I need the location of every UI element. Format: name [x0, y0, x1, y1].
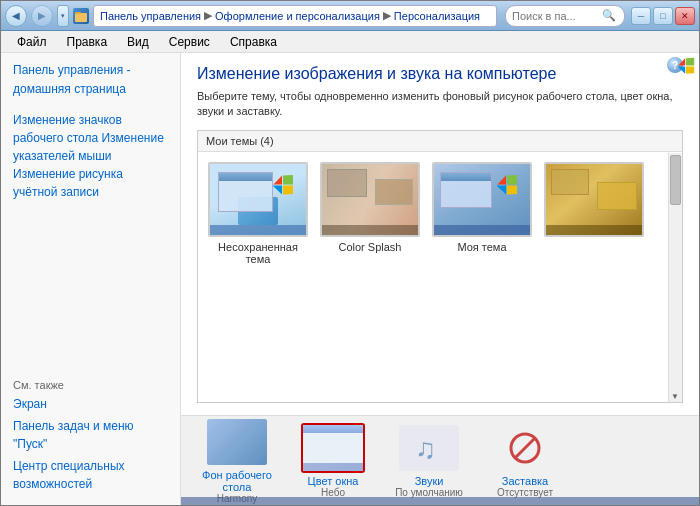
bottom-bar: Фон рабочего стола Harmony Цвет окна Неб… — [181, 415, 699, 505]
minimize-button[interactable]: ─ — [631, 7, 651, 25]
sidebar-home-link[interactable]: Панель управления - домашняя страница — [13, 61, 168, 99]
search-box[interactable]: 🔍 — [505, 5, 625, 27]
themes-grid: Несохраненная тема Color — [198, 152, 682, 402]
main-window: ◀ ▶ ▾ Панель управления ▶ Оформление и п… — [0, 0, 700, 506]
content-area: ? Изменение изображения и звука на компь… — [181, 53, 699, 505]
breadcrumb-item-2: Оформление и персонализация — [215, 10, 380, 22]
theme-thumb-splash — [320, 162, 420, 237]
sounds-icon: ♫ — [397, 423, 461, 473]
sidebar-also-taskbar[interactable]: Панель задач и меню "Пуск" — [13, 417, 168, 453]
sidebar-also-screen[interactable]: Экран — [13, 395, 168, 413]
wallpaper-label: Фон рабочего стола — [197, 469, 277, 493]
screensaver-thumb — [495, 425, 555, 471]
taskbar-bar — [210, 225, 306, 235]
breadcrumb-item-3: Персонализация — [394, 10, 480, 22]
theme-name-my: Моя тема — [457, 241, 506, 253]
sidebar-also-accessibility[interactable]: Центр специальных возможностей — [13, 457, 168, 493]
scroll-track[interactable]: ▲ ▼ — [668, 153, 682, 402]
color-taskbar — [303, 463, 363, 471]
bottom-item-screensaver[interactable]: Заставка Отсутствует — [485, 423, 565, 498]
forward-button[interactable]: ▶ — [31, 5, 53, 27]
scroll-thumb[interactable] — [670, 155, 681, 205]
folder-icon — [73, 8, 89, 24]
window-controls: ─ □ ✕ — [631, 7, 695, 25]
menu-tools[interactable]: Сервис — [161, 33, 218, 51]
svg-text:♫: ♫ — [415, 433, 436, 464]
sounds-thumb: ♫ — [399, 425, 459, 471]
page-title: Изменение изображения и звука на компьют… — [197, 65, 683, 83]
color-titlebar — [303, 425, 363, 433]
svg-line-4 — [515, 438, 535, 458]
menu-help[interactable]: Справка — [222, 33, 285, 51]
my-themes-label: Мои темы (4) — [198, 131, 682, 152]
bottom-item-sounds[interactable]: ♫ Звуки По умолчанию — [389, 423, 469, 498]
title-bar-left: ◀ ▶ ▾ Панель управления ▶ Оформление и п… — [5, 5, 625, 27]
color-label: Цвет окна — [308, 475, 359, 487]
nav-down-button[interactable]: ▾ — [57, 5, 69, 27]
main-layout: Панель управления - домашняя страница Из… — [1, 53, 699, 505]
sidebar: Панель управления - домашняя страница Из… — [1, 53, 181, 505]
sidebar-links: Изменение значков рабочего стола Изменен… — [13, 111, 168, 201]
sidebar-see-also-label: См. также — [13, 379, 168, 391]
color-thumb — [303, 425, 363, 471]
title-bar: ◀ ▶ ▾ Панель управления ▶ Оформление и п… — [1, 1, 699, 31]
menu-edit[interactable]: Правка — [59, 33, 116, 51]
my-thumb-bg — [434, 164, 530, 235]
menu-bar: Файл Правка Вид Сервис Справка — [1, 31, 699, 53]
unsaved-thumb-bg — [210, 164, 306, 235]
svg-rect-1 — [75, 12, 81, 14]
color-body — [303, 433, 363, 463]
maximize-button[interactable]: □ — [653, 7, 673, 25]
win-logo-my — [496, 174, 518, 196]
svg-rect-0 — [75, 13, 87, 22]
theme-item-splash[interactable]: Color Splash — [320, 162, 420, 392]
bottom-item-wallpaper[interactable]: Фон рабочего стола Harmony — [197, 417, 277, 504]
win-logo-unsaved — [272, 174, 294, 196]
breadcrumb[interactable]: Панель управления ▶ Оформление и персона… — [93, 5, 497, 27]
theme-name-unsaved: Несохраненная тема — [208, 241, 308, 265]
screensaver-label: Заставка — [502, 475, 548, 487]
themes-section: Мои темы (4) — [197, 130, 683, 403]
theme-name-splash: Color Splash — [339, 241, 402, 253]
page-description: Выберите тему, чтобы одновременно измени… — [197, 89, 683, 120]
screensaver-icon — [493, 423, 557, 473]
menu-view[interactable]: Вид — [119, 33, 157, 51]
back-button[interactable]: ◀ — [5, 5, 27, 27]
search-icon: 🔍 — [602, 9, 616, 22]
wallpaper-thumb — [207, 419, 267, 465]
gold-thumb-bg — [546, 164, 642, 235]
wallpaper-icon — [205, 417, 269, 467]
splash-thumb-bg — [322, 164, 418, 235]
theme-thumb-gold — [544, 162, 644, 237]
menu-file[interactable]: Файл — [9, 33, 55, 51]
close-button[interactable]: ✕ — [675, 7, 695, 25]
theme-thumb-unsaved — [208, 162, 308, 237]
theme-item-unsaved[interactable]: Несохраненная тема — [208, 162, 308, 392]
theme-item-gold[interactable] — [544, 162, 644, 392]
breadcrumb-item-1: Панель управления — [100, 10, 201, 22]
sidebar-link-account[interactable]: Изменение рисунка учётной записи — [13, 167, 123, 199]
sounds-label: Звуки — [415, 475, 444, 487]
bottom-item-color[interactable]: Цвет окна Небо — [293, 423, 373, 498]
theme-thumb-my — [432, 162, 532, 237]
content: Изменение изображения и звука на компьют… — [181, 53, 699, 415]
theme-item-my[interactable]: Моя тема — [432, 162, 532, 392]
color-icon — [301, 423, 365, 473]
window-preview — [218, 172, 273, 212]
search-input[interactable] — [512, 10, 602, 22]
